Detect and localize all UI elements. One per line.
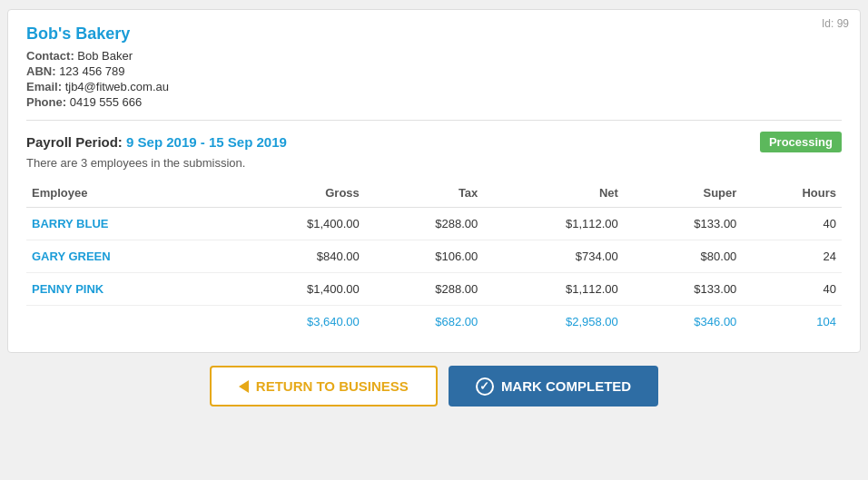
totals-tax: $682.00 <box>365 306 484 338</box>
payroll-period-label: Payroll Period: <box>26 134 123 150</box>
totals-row: $3,640.00 $682.00 $2,958.00 $346.00 104 <box>26 306 842 338</box>
phone-value: 0419 555 666 <box>70 95 143 109</box>
totals-super: $346.00 <box>624 306 743 338</box>
check-circle-icon: ✓ <box>476 377 494 396</box>
employee-gross-0: $1,400.00 <box>224 208 365 240</box>
contact-row: Contact: Bob Baker <box>26 49 842 63</box>
col-header-net: Net <box>483 179 624 208</box>
table-row: GARY GREEN $840.00 $106.00 $734.00 $80.0… <box>26 240 842 273</box>
table-row: PENNY PINK $1,400.00 $288.00 $1,112.00 $… <box>26 273 842 306</box>
col-header-super: Super <box>624 179 743 208</box>
business-name: Bob's Bakery <box>26 24 842 44</box>
employee-tax-0: $288.00 <box>365 208 484 240</box>
employee-net-0: $1,112.00 <box>483 208 624 240</box>
employee-hours-1: 24 <box>742 240 842 273</box>
employee-net-2: $1,112.00 <box>483 273 624 306</box>
abn-label: ABN: <box>26 64 56 78</box>
payroll-period-value: 9 Sep 2019 - 15 Sep 2019 <box>126 134 287 150</box>
employees-table: Employee Gross Tax Net Super Hours BARRY… <box>26 179 842 338</box>
status-badge: Processing <box>760 132 842 152</box>
employee-count: There are 3 employees in the submission. <box>26 156 842 170</box>
table-row: BARRY BLUE $1,400.00 $288.00 $1,112.00 $… <box>26 208 842 240</box>
col-header-gross: Gross <box>224 179 365 208</box>
contact-label: Contact: <box>26 49 74 63</box>
col-header-employee: Employee <box>26 179 224 208</box>
employee-name-1[interactable]: GARY GREEN <box>26 240 224 273</box>
id-label: Id: 99 <box>822 17 849 30</box>
phone-label: Phone: <box>26 95 66 109</box>
employee-super-0: $133.00 <box>624 208 743 240</box>
col-header-tax: Tax <box>365 179 484 208</box>
main-card: Id: 99 Bob's Bakery Contact: Bob Baker A… <box>7 9 861 353</box>
payroll-period: Payroll Period: 9 Sep 2019 - 15 Sep 2019 <box>26 134 287 150</box>
employee-tax-1: $106.00 <box>365 240 484 273</box>
col-header-hours: Hours <box>742 179 842 208</box>
return-button-label: RETURN TO BUSINESS <box>256 378 409 394</box>
phone-row: Phone: 0419 555 666 <box>26 95 842 109</box>
complete-button-label: MARK COMPLETED <box>501 378 631 394</box>
email-value: tjb4@fitweb.com.au <box>65 80 169 93</box>
return-arrow-icon <box>239 380 249 393</box>
abn-row: ABN: 123 456 789 <box>26 64 842 78</box>
email-row: Email: tjb4@fitweb.com.au <box>26 80 842 93</box>
employee-gross-1: $840.00 <box>224 240 365 273</box>
employee-super-1: $80.00 <box>624 240 743 273</box>
divider-1 <box>26 120 842 121</box>
totals-label <box>26 306 224 338</box>
employee-gross-2: $1,400.00 <box>224 273 365 306</box>
email-label: Email: <box>26 80 62 93</box>
table-header-row: Employee Gross Tax Net Super Hours <box>26 179 842 208</box>
employee-hours-0: 40 <box>742 208 842 240</box>
totals-hours: 104 <box>742 306 842 338</box>
employee-tax-2: $288.00 <box>365 273 484 306</box>
payroll-header: Payroll Period: 9 Sep 2019 - 15 Sep 2019… <box>26 132 842 152</box>
employee-super-2: $133.00 <box>624 273 743 306</box>
employee-net-1: $734.00 <box>483 240 624 273</box>
totals-net: $2,958.00 <box>483 306 624 338</box>
employee-name-0[interactable]: BARRY BLUE <box>26 208 224 240</box>
contact-value: Bob Baker <box>77 49 133 63</box>
employee-hours-2: 40 <box>742 273 842 306</box>
buttons-section: RETURN TO BUSINESS ✓ MARK COMPLETED <box>7 366 861 407</box>
totals-gross: $3,640.00 <box>224 306 365 338</box>
abn-value: 123 456 789 <box>59 64 124 78</box>
employee-name-2[interactable]: PENNY PINK <box>26 273 224 306</box>
mark-completed-button[interactable]: ✓ MARK COMPLETED <box>449 366 658 407</box>
return-to-business-button[interactable]: RETURN TO BUSINESS <box>210 366 438 407</box>
